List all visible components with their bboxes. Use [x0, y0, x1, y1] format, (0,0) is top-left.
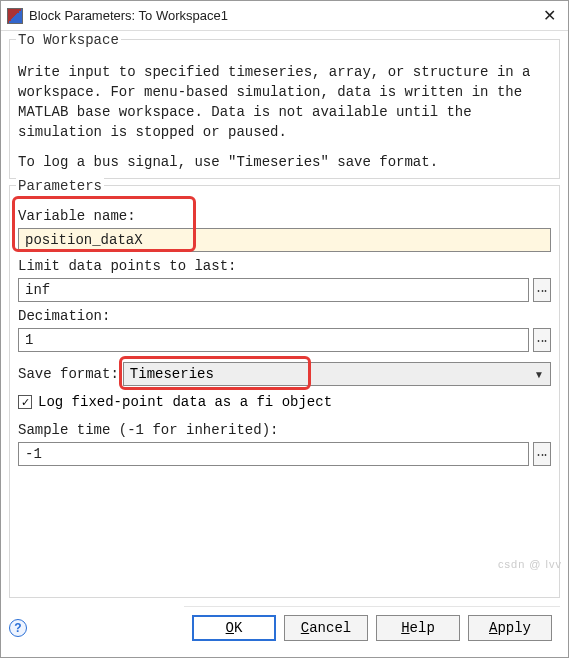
apply-button[interactable]: Apply — [468, 615, 552, 641]
description-text: Write input to specified timeseries, arr… — [18, 62, 551, 172]
help-icon[interactable]: ? — [9, 619, 27, 637]
parameters-legend: Parameters — [16, 178, 104, 194]
log-fi-checkbox[interactable]: ✓ — [18, 395, 32, 409]
parameters-group: Parameters Variable name: Limit data poi… — [9, 185, 560, 598]
decimation-input[interactable] — [18, 328, 529, 352]
save-format-value: Timeseries — [130, 366, 214, 382]
variable-name-input[interactable] — [18, 228, 551, 252]
chevron-down-icon: ▼ — [534, 369, 544, 380]
save-format-select[interactable]: Timeseries ▼ — [123, 362, 551, 386]
description-paragraph-2: To log a bus signal, use "Timeseries" sa… — [18, 152, 551, 172]
app-icon — [7, 8, 23, 24]
dialog-window: Block Parameters: To Workspace1 ✕ To Wor… — [0, 0, 569, 658]
ok-button[interactable]: OK — [192, 615, 276, 641]
description-group: To Workspace Write input to specified ti… — [9, 39, 560, 179]
limit-input[interactable] — [18, 278, 529, 302]
sample-time-input[interactable] — [18, 442, 529, 466]
window-title: Block Parameters: To Workspace1 — [29, 8, 537, 23]
description-legend: To Workspace — [16, 32, 121, 48]
ok-button-rest: K — [234, 620, 242, 636]
decimation-more-button[interactable]: ⋮ — [533, 328, 551, 352]
sample-time-label: Sample time (-1 for inherited): — [18, 422, 278, 438]
description-paragraph-1: Write input to specified timeseries, arr… — [18, 62, 551, 142]
limit-label: Limit data points to last: — [18, 258, 236, 274]
close-icon[interactable]: ✕ — [537, 6, 562, 25]
variable-name-label: Variable name: — [18, 208, 136, 224]
log-fi-label: Log fixed-point data as a fi object — [38, 394, 332, 410]
cancel-button[interactable]: Cancel — [284, 615, 368, 641]
limit-more-button[interactable]: ⋮ — [533, 278, 551, 302]
sample-time-more-button[interactable]: ⋮ — [533, 442, 551, 466]
help-button[interactable]: Help — [376, 615, 460, 641]
dialog-content: To Workspace Write input to specified ti… — [1, 31, 568, 606]
decimation-label: Decimation: — [18, 308, 110, 324]
dialog-footer: ? OK Cancel Help Apply — [1, 606, 568, 657]
save-format-label: Save format: — [18, 366, 119, 382]
titlebar: Block Parameters: To Workspace1 ✕ — [1, 1, 568, 31]
